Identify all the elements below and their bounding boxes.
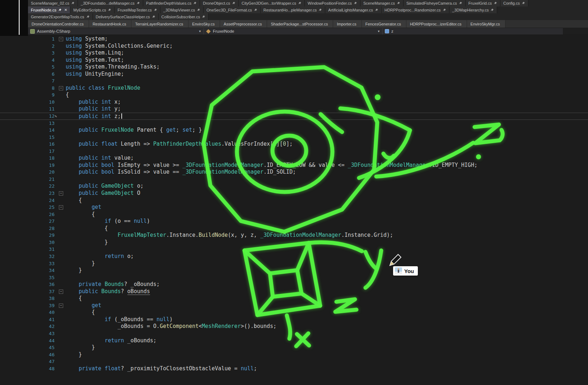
tab-WindowPositionFinder.cs[interactable]: WindowPositionFinder.cs bbox=[305, 0, 360, 6]
code-line-4[interactable]: 4using System.Text; bbox=[0, 57, 588, 64]
code-line-26[interactable]: 26 { bbox=[0, 211, 588, 218]
code-line-22[interactable]: 22 public GameObject o; bbox=[0, 183, 588, 190]
tab-_3DMapHierarchy.cs[interactable]: _3DMapHierarchy.cs bbox=[449, 6, 498, 13]
code-line-39[interactable]: 39− get bbox=[0, 302, 588, 309]
code-line-13[interactable]: 13 bbox=[0, 120, 588, 127]
tab-FruxelNode.cs[interactable]: FruxelNode.cs✕ bbox=[28, 6, 70, 13]
code-line-31[interactable]: 31 bbox=[0, 246, 588, 253]
code-line-1[interactable]: 1−using System; bbox=[0, 36, 588, 43]
pin-icon[interactable] bbox=[193, 1, 197, 5]
code-line-7[interactable]: 7 bbox=[0, 78, 588, 85]
pin-icon[interactable] bbox=[459, 1, 462, 5]
tab-MyEditorScripts.cs[interactable]: MyEditorScripts.cs bbox=[70, 6, 115, 13]
code-line-14[interactable]: 14 public FruxelNode Parent { get; set; … bbox=[0, 127, 588, 134]
code-line-36[interactable]: 36 private Bounds? _oBounds; bbox=[0, 281, 588, 288]
code-line-24[interactable]: 24 { bbox=[0, 197, 588, 204]
tab-HDRPPostproc...izerEditor.cs[interactable]: HDRPPostproc...izerEditor.cs bbox=[406, 20, 467, 28]
code-line-47[interactable]: 47 bbox=[0, 358, 588, 365]
pin-icon[interactable] bbox=[86, 15, 90, 19]
pin-icon[interactable] bbox=[71, 1, 75, 5]
pin-icon[interactable] bbox=[254, 8, 257, 12]
code-line-2[interactable]: 2using System.Collections.Generic; bbox=[0, 43, 588, 50]
tab-FruxelGrid.cs[interactable]: FruxelGrid.cs bbox=[466, 0, 500, 6]
tab-Config.cs[interactable]: Config.cs bbox=[500, 0, 528, 6]
collapse-region-icon[interactable]: − bbox=[59, 290, 63, 294]
code-line-35[interactable]: 35 bbox=[0, 274, 588, 281]
tab-EnviroSkyMgr.cs[interactable]: EnviroSkyMgr.cs bbox=[467, 20, 505, 28]
tab-ShaderPackage...stProcessor.cs[interactable]: ShaderPackage...stProcessor.cs bbox=[267, 20, 333, 28]
tab-PathfinderDepthValues.cs[interactable]: PathfinderDepthValues.cs bbox=[143, 0, 200, 6]
pin-icon[interactable] bbox=[318, 8, 322, 12]
project-dropdown[interactable]: Assembly-CSharp ▼ bbox=[28, 28, 204, 34]
code-line-12[interactable]: 12✎ public int z; bbox=[0, 113, 588, 120]
code-line-23[interactable]: 23− public GameObject O bbox=[0, 190, 588, 197]
tab-HDRPPostproc...Randomizer.cs[interactable]: HDRPPostproc...Randomizer.cs bbox=[382, 6, 449, 13]
tab-CityGen3DGen...torWrapper.cs[interactable]: CityGen3DGen...torWrapper.cs bbox=[239, 0, 305, 6]
code-line-17[interactable]: 17 bbox=[0, 148, 588, 155]
tab-CollisionSubscriber.cs[interactable]: CollisionSubscriber.cs bbox=[159, 13, 209, 20]
code-line-44[interactable]: 44 return _oBounds; bbox=[0, 337, 588, 344]
code-line-37[interactable]: 37− public Bounds? oBounds bbox=[0, 288, 588, 295]
collapse-region-icon[interactable]: − bbox=[59, 86, 63, 90]
pin-icon[interactable] bbox=[58, 8, 62, 12]
pin-icon[interactable] bbox=[108, 8, 111, 12]
collapse-region-icon[interactable]: − bbox=[59, 37, 63, 41]
code-line-40[interactable]: 40 { bbox=[0, 309, 588, 316]
code-line-32[interactable]: 32 return o; bbox=[0, 253, 588, 260]
code-line-16[interactable]: 16 public float Length => PathfinderDept… bbox=[0, 141, 588, 148]
code-line-48[interactable]: 48 private float? _proximityToClosestObs… bbox=[0, 365, 588, 372]
pin-icon[interactable] bbox=[443, 8, 446, 12]
code-line-6[interactable]: 6using UnityEngine; bbox=[0, 71, 588, 78]
tab-SceneManager.cs[interactable]: SceneManager.cs bbox=[360, 0, 403, 6]
tab-SceneManager_02.cs[interactable]: SceneManager_02.cs bbox=[28, 0, 78, 6]
pin-icon[interactable] bbox=[354, 1, 357, 5]
code-line-38[interactable]: 38 { bbox=[0, 295, 588, 302]
tab-ArtificialLightsManager.cs[interactable]: ArtificialLightsManager.cs bbox=[325, 6, 382, 13]
code-line-34[interactable]: 34 } bbox=[0, 267, 588, 274]
code-line-27[interactable]: 27 if (o == null) bbox=[0, 218, 588, 225]
pin-icon[interactable] bbox=[397, 1, 400, 5]
pin-icon[interactable] bbox=[494, 1, 497, 5]
tab-FruxelMapTester.cs[interactable]: FruxelMapTester.cs bbox=[115, 6, 160, 13]
code-line-10[interactable]: 10 public int x; bbox=[0, 99, 588, 106]
code-line-11[interactable]: 11 public int y; bbox=[0, 105, 588, 113]
tab-EnviroSky.cs[interactable]: EnviroSky.cs bbox=[188, 20, 220, 28]
code-line-41[interactable]: 41 if (_oBounds == null) bbox=[0, 316, 588, 323]
pin-icon[interactable] bbox=[197, 8, 200, 12]
code-line-33[interactable]: 33 } bbox=[0, 260, 588, 267]
pin-icon[interactable] bbox=[232, 1, 235, 5]
close-icon[interactable]: ✕ bbox=[64, 8, 67, 12]
tab-Importer.cs[interactable]: Importer.cs bbox=[333, 20, 361, 28]
pin-icon[interactable] bbox=[152, 15, 155, 19]
code-line-18[interactable]: 18 public int value; bbox=[0, 155, 588, 162]
pin-icon[interactable] bbox=[298, 1, 302, 5]
code-line-15[interactable]: 15 bbox=[0, 134, 588, 141]
code-line-42[interactable]: 42 _oBounds = O.GetComponent<MeshRendere… bbox=[0, 323, 588, 330]
code-editor[interactable]: 1−using System;2using System.Collections… bbox=[0, 34, 588, 385]
collapse-region-icon[interactable]: − bbox=[59, 205, 63, 210]
code-line-21[interactable]: 21 bbox=[0, 176, 588, 183]
tab-FencesGenerator.cs[interactable]: FencesGenerator.cs bbox=[362, 20, 406, 28]
pin-icon[interactable] bbox=[154, 8, 157, 12]
pin-icon[interactable] bbox=[522, 1, 525, 5]
pin-icon[interactable] bbox=[202, 15, 205, 19]
collapse-region-icon[interactable]: − bbox=[59, 304, 63, 308]
pin-icon[interactable] bbox=[136, 1, 140, 5]
code-line-30[interactable]: 30 } bbox=[0, 239, 588, 246]
tab-DroneObject.cs[interactable]: DroneObject.cs bbox=[200, 0, 239, 6]
code-line-5[interactable]: 5using System.Threading.Tasks; bbox=[0, 64, 588, 71]
type-dropdown[interactable]: FruxelNode ▼ bbox=[204, 28, 383, 34]
tab-_3DMapViewer.cs[interactable]: _3DMapViewer.cs bbox=[160, 6, 204, 13]
code-line-20[interactable]: 20 public bool IsSolid => value == _3DFo… bbox=[0, 169, 588, 176]
code-line-3[interactable]: 3using System.Linq; bbox=[0, 50, 588, 57]
tab-DroneOrientationController.cs[interactable]: DroneOrientationController.cs bbox=[28, 20, 89, 28]
code-line-28[interactable]: 28 { bbox=[0, 225, 588, 232]
tab-RestaurantHook.cs[interactable]: RestaurantHook.cs bbox=[89, 20, 132, 28]
tab-_3DFoundatio...delManager.cs[interactable]: _3DFoundatio...delManager.cs bbox=[78, 0, 143, 6]
tab-TerrainLayerRandomizer.cs[interactable]: TerrainLayerRandomizer.cs bbox=[131, 20, 188, 28]
code-line-25[interactable]: 25− get bbox=[0, 204, 588, 211]
collapse-region-icon[interactable]: − bbox=[59, 191, 63, 196]
code-line-46[interactable]: 46 } bbox=[0, 351, 588, 358]
tab-RestaurantHo...pleManager.cs[interactable]: RestaurantHo...pleManager.cs bbox=[261, 6, 326, 13]
code-line-8[interactable]: 8−public class FruxelNode bbox=[0, 85, 588, 92]
